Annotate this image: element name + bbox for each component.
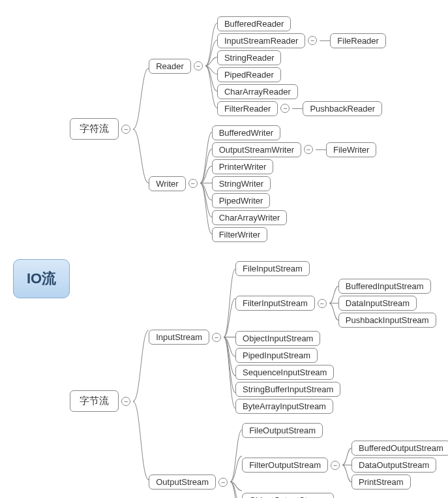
- collapse-icon[interactable]: −: [194, 61, 203, 70]
- leaf-node[interactable]: SequenceInputStream: [235, 365, 334, 380]
- leaf-node[interactable]: FilterInputStream: [235, 296, 315, 311]
- leaf-node[interactable]: StringBufferInputStream: [235, 382, 340, 397]
- leaf-node[interactable]: PipedReader: [217, 67, 281, 82]
- leaf-node[interactable]: PrinterWriter: [212, 159, 274, 174]
- leaf-node[interactable]: InputStreamReader: [217, 33, 305, 48]
- connector: [320, 40, 330, 41]
- connector: [200, 124, 212, 243]
- writer-node[interactable]: Writer: [149, 176, 185, 191]
- collapse-icon[interactable]: −: [280, 104, 290, 113]
- leaf-node[interactable]: FileInputStream: [235, 261, 310, 276]
- reader-branch: Reader − BufferedReader: [149, 15, 386, 117]
- leaf-node[interactable]: CharArrayReader: [217, 84, 298, 99]
- collapse-icon[interactable]: −: [318, 299, 327, 308]
- byte-stream-branch: 字节流 − InputStream −: [70, 259, 448, 499]
- leaf-node[interactable]: FilterReader: [217, 101, 278, 116]
- leaf-node[interactable]: BufferedOutputStream: [351, 441, 448, 456]
- leaf-node[interactable]: BufferedWriter: [212, 125, 280, 140]
- char-stream-node[interactable]: 字符流: [70, 118, 119, 140]
- root-node[interactable]: IO流: [13, 259, 70, 298]
- leaf-node[interactable]: PipedInputStream: [235, 348, 318, 363]
- leaf-node[interactable]: ByteArrayInputStream: [235, 399, 333, 414]
- collapse-icon[interactable]: −: [331, 461, 340, 470]
- leaf-node[interactable]: FileOutputStream: [242, 423, 323, 438]
- collapse-icon[interactable]: −: [218, 478, 228, 487]
- leaf-node[interactable]: PrintStream: [351, 475, 411, 490]
- leaf-node[interactable]: OutputStreamWriter: [212, 142, 301, 157]
- leaf-node[interactable]: FileReader: [330, 33, 386, 48]
- leaf-node[interactable]: StringReader: [217, 50, 282, 65]
- leaf-node[interactable]: FilterWriter: [212, 227, 267, 242]
- collapse-icon[interactable]: −: [304, 145, 313, 154]
- outputstream-branch: OutputStream − FileOutputStream: [149, 422, 448, 498]
- inputstream-node[interactable]: InputStream: [149, 330, 209, 345]
- leaf-node[interactable]: FileWriter: [326, 142, 376, 157]
- reader-node[interactable]: Reader: [149, 59, 191, 74]
- mindmap-root: IO流 字符流 − Reader −: [13, 13, 435, 498]
- inputstream-branch: InputStream −: [149, 260, 448, 414]
- connector: [205, 15, 217, 117]
- leaf-node[interactable]: BufferedInputStream: [338, 279, 431, 294]
- leaf-node[interactable]: DataOutputStream: [351, 458, 436, 473]
- connector: [133, 259, 149, 499]
- connector: [292, 108, 303, 109]
- leaf-node[interactable]: PushbackInputStream: [338, 313, 436, 328]
- connector: [316, 149, 326, 150]
- leaf-node[interactable]: PipedWriter: [212, 193, 271, 208]
- byte-stream-node[interactable]: 字节流: [70, 390, 119, 412]
- char-stream-branch: 字符流 − Reader −: [70, 14, 448, 244]
- leaf-node[interactable]: ObjectInputStream: [235, 331, 320, 346]
- leaf-node[interactable]: DataInputStream: [338, 296, 417, 311]
- connector: [230, 422, 242, 498]
- collapse-icon[interactable]: −: [121, 397, 130, 406]
- level1-group: 字符流 − Reader −: [70, 13, 448, 498]
- leaf-node[interactable]: FilterOutputStream: [242, 458, 328, 473]
- leaf-node[interactable]: CharArrayWriter: [212, 210, 288, 225]
- leaf-node[interactable]: BufferedReader: [217, 16, 291, 31]
- leaf-node[interactable]: ObjectOutputStream: [242, 493, 334, 499]
- collapse-icon[interactable]: −: [121, 125, 130, 134]
- connector: [342, 440, 351, 491]
- leaf-node[interactable]: PushbackReader: [303, 101, 382, 116]
- connector: [133, 14, 149, 244]
- connector: [329, 278, 338, 329]
- outputstream-node[interactable]: OutputStream: [149, 475, 216, 490]
- writer-branch: Writer − Buffe: [149, 124, 386, 243]
- leaf-node[interactable]: StringWriter: [212, 176, 271, 191]
- collapse-icon[interactable]: −: [308, 36, 317, 45]
- collapse-icon[interactable]: −: [212, 333, 221, 342]
- connector: [224, 260, 235, 414]
- collapse-icon[interactable]: −: [188, 179, 198, 188]
